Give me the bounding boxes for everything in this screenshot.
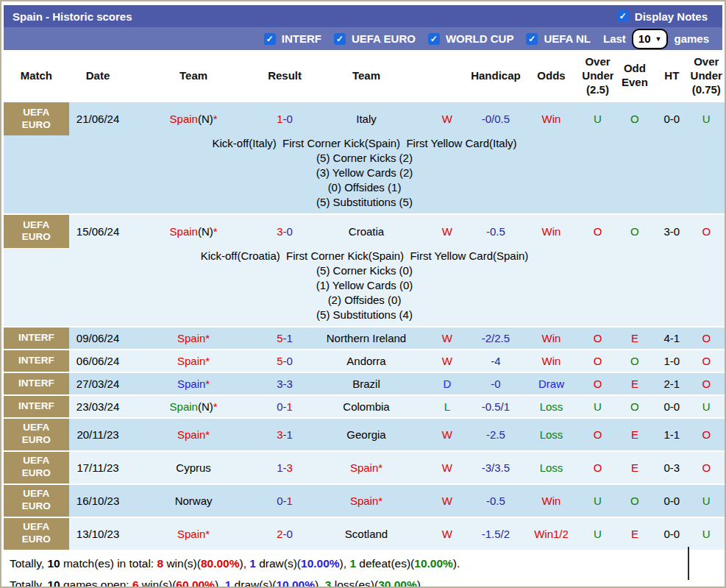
team-name: (N) bbox=[198, 113, 213, 125]
note-line: (0) Offsides (1) bbox=[4, 180, 725, 195]
team-cell: Spain(N)* bbox=[127, 395, 260, 418]
result-cell: 0-1 bbox=[260, 484, 310, 517]
filter-label: WORLD CUP bbox=[446, 32, 514, 45]
team-name: * bbox=[213, 400, 218, 413]
odds-cell: Draw bbox=[521, 372, 583, 395]
filter-label: INTERF bbox=[282, 32, 321, 45]
filter-checkbox-world-cup[interactable]: ✓WORLD CUP bbox=[428, 32, 514, 45]
team-name: * bbox=[213, 225, 218, 238]
note-line: (2) Offsides (0) bbox=[4, 293, 725, 308]
checkbox-checked-icon[interactable]: ✓ bbox=[334, 33, 346, 45]
wdl-cell: W bbox=[424, 451, 471, 484]
odds-cell: Win bbox=[521, 102, 583, 135]
match-cell: INTERF bbox=[4, 372, 69, 395]
display-notes-toggle[interactable]: ✓ Display Notes bbox=[617, 10, 708, 23]
opponent-team-cell: Scotland bbox=[309, 517, 423, 550]
match-type-badge: UEFA EURO bbox=[4, 452, 69, 483]
match-cell: UEFA EURO bbox=[4, 451, 69, 484]
match-cell: INTERF bbox=[4, 350, 69, 372]
ht-cell: 1-1 bbox=[656, 418, 687, 451]
team-name: * bbox=[205, 355, 210, 367]
handicap-cell: -0 bbox=[471, 372, 521, 395]
summary-segment: win(s)( bbox=[139, 578, 177, 588]
score: 0- bbox=[277, 495, 286, 507]
date-cell: 16/10/23 bbox=[69, 484, 127, 517]
over-under-075-cell: U bbox=[688, 484, 725, 517]
opponent-team-cell: Andorra bbox=[309, 350, 423, 372]
summary-segment: 1 bbox=[225, 578, 232, 588]
handicap-cell: -4 bbox=[471, 350, 521, 372]
summary-segment: ), bbox=[340, 557, 350, 570]
table-row: INTERF09/06/24Spain*5-1Northern IrelandW… bbox=[4, 327, 725, 350]
team-cell: Cyprus bbox=[127, 451, 260, 484]
ht-cell: 4-1 bbox=[656, 327, 687, 350]
summary-segment: 8 bbox=[157, 557, 163, 570]
filter-checkbox-interf[interactable]: ✓INTERF bbox=[264, 32, 321, 45]
summary-line-2: Totally, 10 games open: 6 win(s)(60.00%)… bbox=[10, 575, 722, 588]
column-header-odds: Odds bbox=[521, 50, 583, 102]
ht-cell: 0-0 bbox=[656, 102, 687, 135]
filter-bar: ✓INTERF✓UEFA EURO✓WORLD CUP✓UEFA NL Last… bbox=[4, 27, 722, 50]
team-name: Colombia bbox=[343, 400, 389, 413]
team-name: Spain bbox=[170, 225, 198, 238]
team-name: Spain bbox=[177, 378, 205, 390]
note-line: (5) Substitutions (5) bbox=[4, 195, 725, 210]
team-name: Spain bbox=[350, 461, 378, 474]
score: 3 bbox=[287, 461, 293, 474]
last-games-value: 10 bbox=[638, 32, 651, 45]
checkbox-checked-icon[interactable]: ✓ bbox=[428, 33, 440, 45]
match-cell: UEFA EURO bbox=[4, 418, 69, 451]
table-row: UEFA EURO21/06/24Spain(N)*1-0ItalyW-0/0.… bbox=[4, 102, 725, 135]
match-cell: INTERF bbox=[4, 395, 69, 418]
checkbox-checked-icon[interactable]: ✓ bbox=[617, 10, 629, 22]
checkbox-checked-icon[interactable]: ✓ bbox=[526, 33, 538, 45]
wdl-cell: W bbox=[424, 327, 471, 350]
over-under-25-cell: U bbox=[582, 102, 613, 135]
team-name: Italy bbox=[356, 113, 377, 125]
last-games-group: Last 10 ▼ games bbox=[603, 29, 709, 49]
date-cell: 20/11/23 bbox=[69, 418, 127, 451]
score: 1- bbox=[277, 461, 286, 474]
summary-segment: ). bbox=[417, 578, 424, 588]
column-header-ht: HT bbox=[656, 50, 687, 102]
over-under-25-cell: O bbox=[582, 372, 613, 395]
column-header-wdl bbox=[424, 50, 471, 102]
odd-even-cell: O bbox=[613, 395, 656, 418]
score: 5 bbox=[277, 355, 282, 367]
odd-even-cell: O bbox=[613, 102, 656, 135]
team-name: Spain bbox=[170, 113, 198, 125]
team-name: Andorra bbox=[346, 355, 385, 367]
team-name: Scotland bbox=[345, 528, 388, 540]
score: 3-3 bbox=[277, 378, 293, 390]
team-cell: Spain(N)* bbox=[127, 214, 260, 248]
summary-segment: ), bbox=[315, 578, 325, 588]
filter-checkbox-uefa-euro[interactable]: ✓UEFA EURO bbox=[334, 32, 416, 45]
result-cell: 3-3 bbox=[260, 372, 310, 395]
team-cell: Spain* bbox=[127, 350, 260, 372]
last-games-select[interactable]: 10 ▼ bbox=[632, 29, 669, 49]
games-label: games bbox=[674, 32, 709, 45]
match-type-badge: INTERF bbox=[4, 396, 69, 417]
odd-even-cell: E bbox=[613, 517, 656, 550]
filter-checkbox-uefa-nl[interactable]: ✓UEFA NL bbox=[526, 32, 591, 45]
scrollbar-thumb[interactable] bbox=[688, 547, 689, 580]
handicap-cell: -2.5 bbox=[471, 418, 521, 451]
table-row: UEFA EURO13/10/23Spain*2-0ScotlandW-1.5/… bbox=[4, 517, 725, 550]
ht-cell: 0-3 bbox=[656, 451, 687, 484]
team-name: Spain bbox=[350, 495, 378, 507]
checkbox-checked-icon[interactable]: ✓ bbox=[264, 33, 276, 45]
ht-cell: 0-0 bbox=[656, 484, 687, 517]
summary-segment: 1 bbox=[349, 557, 356, 570]
score: -0 bbox=[283, 528, 293, 540]
odd-even-cell: O bbox=[613, 484, 656, 517]
match-cell: INTERF bbox=[4, 327, 69, 350]
chevron-down-icon: ▼ bbox=[655, 35, 662, 43]
summary-segment: loss(es)( bbox=[331, 578, 378, 588]
handicap-cell: -0.5 bbox=[471, 214, 521, 248]
column-header-odd-even: Odd Even bbox=[613, 50, 656, 102]
team-cell: Norway bbox=[127, 484, 260, 517]
match-notes-cell: Kick-off(Italy) First Corner Kick(Spain)… bbox=[4, 135, 725, 214]
odds-cell: Win bbox=[521, 327, 583, 350]
table-row: INTERF23/03/24Spain(N)*0-1ColombiaL-0.5/… bbox=[4, 395, 725, 418]
team-name: * bbox=[205, 332, 210, 344]
